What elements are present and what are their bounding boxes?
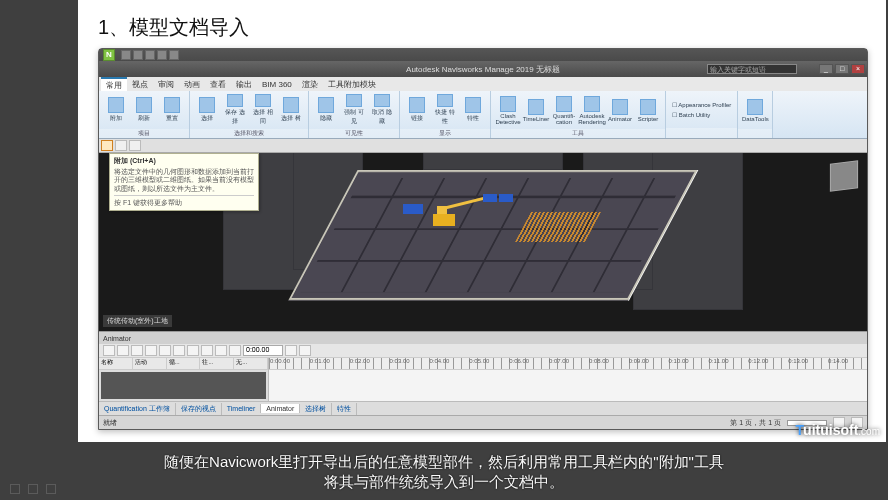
timeline-tick: 0:09.00 xyxy=(628,358,668,370)
hide-button[interactable]: 隐藏 xyxy=(313,93,339,127)
animator-col-header[interactable]: 循... xyxy=(167,358,201,369)
timeline-tick: 0:08.00 xyxy=(588,358,628,370)
tb2-btn-2[interactable] xyxy=(115,140,127,151)
bottom-tab-3[interactable]: Animator xyxy=(261,404,300,413)
render-icon xyxy=(584,96,600,112)
quant-icon xyxy=(556,96,572,112)
more-icon[interactable] xyxy=(46,484,56,494)
qat-undo-icon[interactable] xyxy=(157,50,167,60)
animator-tree[interactable]: 名称活动循...往...无... xyxy=(99,358,269,401)
pen-icon[interactable] xyxy=(10,484,20,494)
ribbon-tab-2[interactable]: 审阅 xyxy=(153,77,179,91)
selection-tree-button[interactable]: 选择 树 xyxy=(278,93,304,127)
tutorial-caption: 随便在Navicwork里打开导出后的任意模型部件，然后利用常用工具栏内的"附加… xyxy=(0,452,888,493)
bottom-tab-4[interactable]: 选择树 xyxy=(300,403,332,415)
bottom-tab-0[interactable]: Quantification 工作簿 xyxy=(99,403,176,415)
anim-play-icon[interactable] xyxy=(201,345,213,356)
ribbon-tab-5[interactable]: 输出 xyxy=(231,77,257,91)
bottom-tab-2[interactable]: Timeliner xyxy=(222,404,262,413)
quick-props-button[interactable]: 快捷 特性 xyxy=(432,93,458,127)
timeline-tick: 0:02.00 xyxy=(349,358,389,370)
scripter-button[interactable]: Scripter xyxy=(635,93,661,127)
ribbon-group-选择和搜索: 选择保存 选择选择 相同选择 树选择和搜索 xyxy=(190,91,309,138)
append-tool-highlighted[interactable] xyxy=(101,140,113,151)
anim-delete-icon[interactable] xyxy=(131,345,143,356)
qat-open-icon[interactable] xyxy=(133,50,143,60)
slide-title: 1、模型文档导入 xyxy=(98,14,249,41)
quick-props-icon xyxy=(437,94,453,107)
ribbon-tab-1[interactable]: 视点 xyxy=(127,77,153,91)
unhide-button[interactable]: 取消 隐藏 xyxy=(369,93,395,127)
require-button[interactable]: 强制 可见 xyxy=(341,93,367,127)
status-page-info: 第 1 页，共 1 页 xyxy=(730,418,781,428)
clash-button[interactable]: Clash Detective xyxy=(495,93,521,127)
properties-button[interactable]: 特性 xyxy=(460,93,486,127)
ribbon-tabs: 常用视点审阅动画查看输出BIM 360渲染工具附加模块 xyxy=(99,77,867,91)
qat-redo-icon[interactable] xyxy=(169,50,179,60)
tb2-btn-3[interactable] xyxy=(129,140,141,151)
links-button[interactable]: 链接 xyxy=(404,93,430,127)
select-same-icon xyxy=(255,94,271,107)
animator-panel: Animator 0:00.00 xyxy=(99,331,867,401)
select-same-button[interactable]: 选择 相同 xyxy=(250,93,276,127)
animator-timeline[interactable]: 0:00.000:01.000:02.000:03.000:04.000:05.… xyxy=(269,358,867,401)
qat-save-icon[interactable] xyxy=(145,50,155,60)
tooltip-footer: 按 F1 键获得更多帮助 xyxy=(114,195,254,208)
animator-col-header[interactable]: 无... xyxy=(234,358,268,369)
anim-time-field[interactable]: 0:00.00 xyxy=(243,345,283,356)
append-button[interactable]: 附加 xyxy=(103,93,129,127)
anim-add-camera-icon[interactable] xyxy=(117,345,129,356)
require-label: 强制 可见 xyxy=(342,108,366,126)
tooltip-body: 将选定文件中的几何图形和数据添加到当前打开的三维模型或二维图纸。如果当前没有模型… xyxy=(114,168,254,193)
selection-tree-label: 选择 树 xyxy=(281,114,301,123)
quant-button[interactable]: Quantifi- cation xyxy=(551,93,577,127)
ribbon-tab-6[interactable]: BIM 360 xyxy=(257,77,297,91)
help-search-input[interactable]: 输入关键字或短语 xyxy=(707,64,797,74)
minimize-button[interactable]: _ xyxy=(819,64,833,74)
ribbon-check-batch-utility[interactable]: ☐ Batch Utility xyxy=(670,110,733,119)
pointer-icon[interactable] xyxy=(28,484,38,494)
save-selection-button[interactable]: 保存 选择 xyxy=(222,93,248,127)
render-button[interactable]: Autodesk Rendering xyxy=(579,93,605,127)
append-icon xyxy=(108,97,124,113)
animator-col-header[interactable]: 活动 xyxy=(133,358,167,369)
ribbon-tab-7[interactable]: 渲染 xyxy=(297,77,323,91)
anim-add-scene-icon[interactable] xyxy=(103,345,115,356)
links-icon xyxy=(409,97,425,113)
anim-step-fwd-icon[interactable] xyxy=(215,345,227,356)
viewcube[interactable] xyxy=(830,160,858,192)
animator-header: Animator xyxy=(99,332,867,344)
timeliner-button[interactable]: TimeLiner xyxy=(523,93,549,127)
animator-col-header[interactable]: 名称 xyxy=(99,358,133,369)
animator-col-header[interactable]: 往... xyxy=(200,358,234,369)
properties-label: 特性 xyxy=(467,114,479,123)
ribbon-tab-0[interactable]: 常用 xyxy=(101,77,127,91)
app-logo[interactable]: N xyxy=(103,49,115,61)
anim-zoom-icon[interactable] xyxy=(299,345,311,356)
viewport-3d[interactable]: 附加 (Ctrl+A) 将选定文件中的几何图形和数据添加到当前打开的三维模型或二… xyxy=(99,153,867,331)
anim-keyframe-icon[interactable] xyxy=(285,345,297,356)
bottom-tab-5[interactable]: 特性 xyxy=(332,403,357,415)
select-button[interactable]: 选择 xyxy=(194,93,220,127)
anim-play-back-icon[interactable] xyxy=(173,345,185,356)
timeliner-label: TimeLiner xyxy=(523,116,549,122)
animator-button[interactable]: Animator xyxy=(607,93,633,127)
reset-button[interactable]: 重置 xyxy=(159,93,185,127)
qat-new-icon[interactable] xyxy=(121,50,131,60)
ribbon-check-appearance-profiler[interactable]: ☐ Appearance Profiler xyxy=(670,100,733,109)
anim-fwd-end-icon[interactable] xyxy=(229,345,241,356)
close-button[interactable]: × xyxy=(851,64,865,74)
ribbon-group-label: 项目 xyxy=(99,129,189,138)
links-label: 链接 xyxy=(411,114,423,123)
datatools-button[interactable]: DataTools xyxy=(742,93,768,127)
ribbon-tab-3[interactable]: 动画 xyxy=(179,77,205,91)
anim-stop-icon[interactable] xyxy=(187,345,199,356)
refresh-button[interactable]: 刷新 xyxy=(131,93,157,127)
maximize-button[interactable]: □ xyxy=(835,64,849,74)
anim-rewind-icon[interactable] xyxy=(145,345,157,356)
anim-step-back-icon[interactable] xyxy=(159,345,171,356)
bottom-tab-1[interactable]: 保存的视点 xyxy=(176,403,222,415)
model-scene xyxy=(223,153,743,330)
ribbon-tab-4[interactable]: 查看 xyxy=(205,77,231,91)
ribbon-tab-8[interactable]: 工具附加模块 xyxy=(323,77,381,91)
